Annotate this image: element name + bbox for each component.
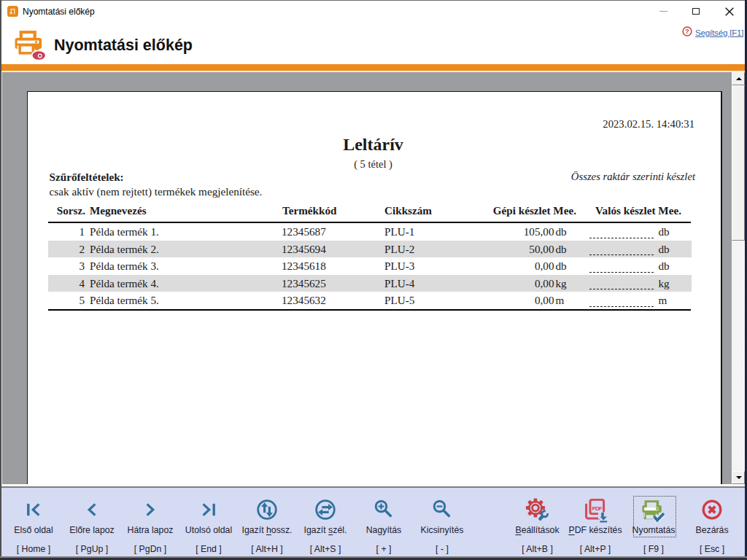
svg-text:?: ?	[685, 27, 689, 35]
svg-text:PDF: PDF	[592, 505, 603, 512]
